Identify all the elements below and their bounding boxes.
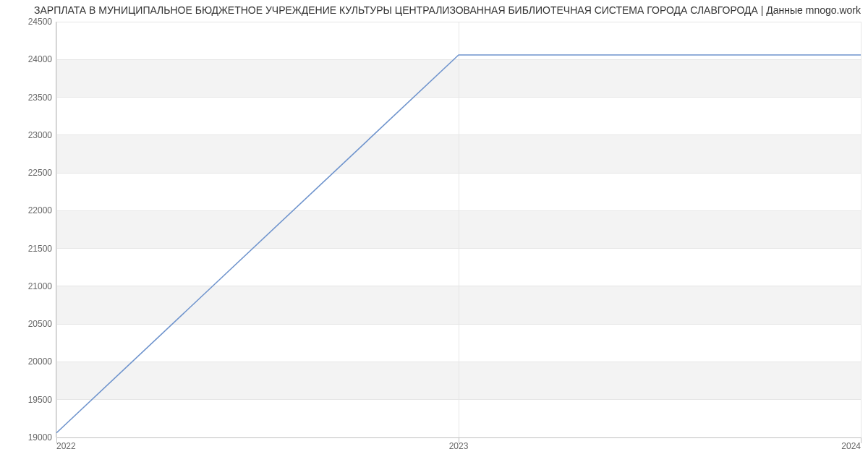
series-line [56, 55, 861, 433]
y-axis-line [56, 22, 56, 437]
line-series [56, 22, 861, 437]
x-tick-label: 2023 [449, 441, 469, 451]
y-tick-label: 19000 [1, 432, 52, 443]
y-tick-label: 20000 [1, 356, 52, 367]
y-tick-label: 22000 [1, 205, 52, 215]
y-tick-label: 20500 [1, 319, 52, 329]
y-tick-label: 21000 [1, 281, 52, 291]
x-tick-label: 2022 [56, 441, 76, 451]
y-tick-label: 21500 [1, 244, 52, 254]
y-tick-label: 22500 [1, 168, 52, 178]
y-tick-label: 23500 [1, 93, 52, 103]
x-axis-line [56, 437, 861, 438]
salary-line-chart: ЗАРПЛАТА В МУНИЦИПАЛЬНОЕ БЮДЖЕТНОЕ УЧРЕЖ… [0, 0, 868, 470]
y-tick-label: 23000 [1, 130, 52, 140]
y-tick-label: 24000 [1, 54, 52, 64]
plot-area [56, 22, 861, 437]
chart-title: ЗАРПЛАТА В МУНИЦИПАЛЬНОЕ БЮДЖЕТНОЕ УЧРЕЖ… [7, 4, 861, 16]
x-tick-label: 2024 [841, 441, 861, 451]
y-tick-label: 24500 [1, 17, 52, 27]
y-tick-label: 19500 [1, 395, 52, 405]
